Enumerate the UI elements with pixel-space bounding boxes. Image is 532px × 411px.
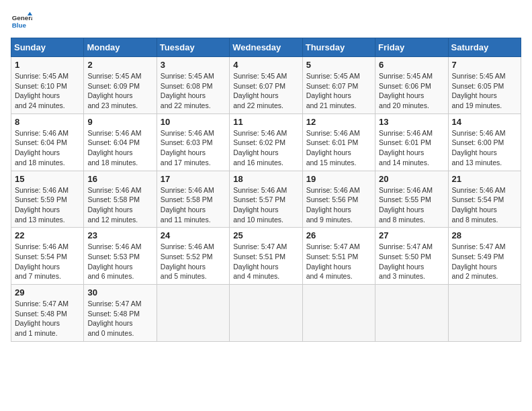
column-header-friday: Friday [375, 38, 448, 57]
calendar-cell: 23 Sunrise: 5:46 AMSunset: 5:53 PMDaylig… [84, 228, 157, 285]
day-number: 26 [306, 230, 371, 240]
calendar-cell: 2 Sunrise: 5:45 AMSunset: 6:09 PMDayligh… [84, 57, 157, 114]
day-info: Sunrise: 5:45 AMSunset: 6:06 PMDaylight … [379, 72, 433, 109]
day-number: 24 [161, 230, 226, 240]
calendar-cell: 13 Sunrise: 5:46 AMSunset: 6:01 PMDaylig… [375, 113, 448, 171]
calendar-cell: 14 Sunrise: 5:46 AMSunset: 6:00 PMDaylig… [448, 113, 521, 171]
day-number: 22 [15, 230, 80, 240]
calendar-cell: 15 Sunrise: 5:46 AMSunset: 5:59 PMDaylig… [11, 171, 84, 228]
day-info: Sunrise: 5:47 AMSunset: 5:51 PMDaylight … [233, 242, 287, 280]
calendar-cell [448, 285, 521, 342]
calendar-cell: 28 Sunrise: 5:47 AMSunset: 5:49 PMDaylig… [448, 228, 521, 285]
day-number: 23 [87, 230, 152, 240]
day-info: Sunrise: 5:46 AMSunset: 5:57 PMDaylight … [233, 186, 287, 224]
logo: General Blue [11, 11, 32, 32]
calendar-cell: 18 Sunrise: 5:46 AMSunset: 5:57 PMDaylig… [230, 171, 302, 228]
day-info: Sunrise: 5:45 AMSunset: 6:09 PMDaylight … [87, 72, 141, 109]
logo-icon: General Blue [11, 11, 32, 32]
day-number: 8 [15, 117, 80, 127]
column-header-thursday: Thursday [302, 38, 375, 57]
day-number: 25 [233, 230, 298, 240]
column-header-wednesday: Wednesday [230, 38, 302, 57]
svg-text:Blue: Blue [12, 21, 27, 29]
calendar-cell: 6 Sunrise: 5:45 AMSunset: 6:06 PMDayligh… [375, 57, 448, 114]
day-info: Sunrise: 5:46 AMSunset: 6:01 PMDaylight … [379, 129, 433, 167]
day-number: 15 [15, 174, 80, 184]
calendar-cell: 25 Sunrise: 5:47 AMSunset: 5:51 PMDaylig… [230, 228, 302, 285]
day-number: 27 [379, 230, 444, 240]
calendar-cell: 19 Sunrise: 5:46 AMSunset: 5:56 PMDaylig… [302, 171, 375, 228]
day-info: Sunrise: 5:46 AMSunset: 5:56 PMDaylight … [306, 186, 360, 224]
day-info: Sunrise: 5:46 AMSunset: 6:02 PMDaylight … [233, 129, 287, 167]
calendar-cell: 9 Sunrise: 5:46 AMSunset: 6:04 PMDayligh… [84, 113, 157, 171]
calendar-cell: 16 Sunrise: 5:46 AMSunset: 5:58 PMDaylig… [84, 171, 157, 228]
day-number: 3 [161, 60, 226, 70]
day-number: 9 [87, 117, 152, 127]
calendar-cell: 4 Sunrise: 5:45 AMSunset: 6:07 PMDayligh… [230, 57, 302, 114]
day-info: Sunrise: 5:45 AMSunset: 6:07 PMDaylight … [233, 72, 287, 109]
day-info: Sunrise: 5:46 AMSunset: 5:58 PMDaylight … [87, 186, 141, 224]
day-info: Sunrise: 5:47 AMSunset: 5:48 PMDaylight … [15, 300, 69, 337]
calendar-cell [302, 285, 375, 342]
column-header-monday: Monday [84, 38, 157, 57]
day-number: 19 [306, 174, 371, 184]
calendar-cell: 30 Sunrise: 5:47 AMSunset: 5:48 PMDaylig… [84, 285, 157, 342]
day-number: 17 [161, 174, 226, 184]
day-info: Sunrise: 5:46 AMSunset: 6:03 PMDaylight … [161, 129, 214, 167]
calendar-cell: 7 Sunrise: 5:45 AMSunset: 6:05 PMDayligh… [448, 57, 521, 114]
day-info: Sunrise: 5:45 AMSunset: 6:08 PMDaylight … [161, 72, 214, 109]
day-info: Sunrise: 5:45 AMSunset: 6:10 PMDaylight … [15, 72, 69, 109]
day-number: 2 [87, 60, 152, 70]
day-info: Sunrise: 5:47 AMSunset: 5:48 PMDaylight … [87, 300, 141, 337]
day-info: Sunrise: 5:47 AMSunset: 5:50 PMDaylight … [379, 242, 433, 280]
day-number: 28 [452, 230, 517, 240]
calendar-cell: 3 Sunrise: 5:45 AMSunset: 6:08 PMDayligh… [157, 57, 229, 114]
calendar-cell: 17 Sunrise: 5:46 AMSunset: 5:58 PMDaylig… [157, 171, 229, 228]
calendar-cell: 5 Sunrise: 5:45 AMSunset: 6:07 PMDayligh… [302, 57, 375, 114]
day-info: Sunrise: 5:47 AMSunset: 5:51 PMDaylight … [306, 242, 360, 280]
day-info: Sunrise: 5:46 AMSunset: 5:53 PMDaylight … [87, 242, 141, 280]
day-info: Sunrise: 5:47 AMSunset: 5:49 PMDaylight … [452, 242, 506, 280]
day-info: Sunrise: 5:46 AMSunset: 6:04 PMDaylight … [87, 129, 141, 167]
calendar-cell: 12 Sunrise: 5:46 AMSunset: 6:01 PMDaylig… [302, 113, 375, 171]
calendar-cell [230, 285, 302, 342]
calendar-cell: 21 Sunrise: 5:46 AMSunset: 5:54 PMDaylig… [448, 171, 521, 228]
day-info: Sunrise: 5:46 AMSunset: 5:55 PMDaylight … [379, 186, 433, 224]
calendar-cell: 11 Sunrise: 5:46 AMSunset: 6:02 PMDaylig… [230, 113, 302, 171]
calendar-cell [157, 285, 229, 342]
day-number: 16 [87, 174, 152, 184]
calendar-cell: 29 Sunrise: 5:47 AMSunset: 5:48 PMDaylig… [11, 285, 84, 342]
day-info: Sunrise: 5:45 AMSunset: 6:05 PMDaylight … [452, 72, 506, 109]
day-number: 21 [452, 174, 517, 184]
calendar-cell: 8 Sunrise: 5:46 AMSunset: 6:04 PMDayligh… [11, 113, 84, 171]
day-number: 20 [379, 174, 444, 184]
day-info: Sunrise: 5:46 AMSunset: 6:01 PMDaylight … [306, 129, 360, 167]
day-number: 4 [233, 60, 298, 70]
day-info: Sunrise: 5:46 AMSunset: 6:04 PMDaylight … [15, 129, 69, 167]
day-number: 30 [87, 287, 152, 298]
calendar-cell: 24 Sunrise: 5:46 AMSunset: 5:52 PMDaylig… [157, 228, 229, 285]
calendar-cell: 27 Sunrise: 5:47 AMSunset: 5:50 PMDaylig… [375, 228, 448, 285]
day-number: 14 [452, 117, 517, 127]
day-number: 5 [306, 60, 371, 70]
calendar-cell: 26 Sunrise: 5:47 AMSunset: 5:51 PMDaylig… [302, 228, 375, 285]
day-info: Sunrise: 5:46 AMSunset: 5:54 PMDaylight … [15, 242, 69, 280]
day-info: Sunrise: 5:45 AMSunset: 6:07 PMDaylight … [306, 72, 360, 109]
day-number: 7 [452, 60, 517, 70]
calendar-cell: 1 Sunrise: 5:45 AMSunset: 6:10 PMDayligh… [11, 57, 84, 114]
day-number: 13 [379, 117, 444, 127]
day-info: Sunrise: 5:46 AMSunset: 5:58 PMDaylight … [161, 186, 214, 224]
day-info: Sunrise: 5:46 AMSunset: 5:52 PMDaylight … [161, 242, 214, 280]
calendar-cell: 10 Sunrise: 5:46 AMSunset: 6:03 PMDaylig… [157, 113, 229, 171]
calendar-table: SundayMondayTuesdayWednesdayThursdayFrid… [11, 38, 521, 342]
day-number: 12 [306, 117, 371, 127]
calendar-cell: 22 Sunrise: 5:46 AMSunset: 5:54 PMDaylig… [11, 228, 84, 285]
calendar-cell [375, 285, 448, 342]
day-number: 6 [379, 60, 444, 70]
day-number: 18 [233, 174, 298, 184]
column-header-tuesday: Tuesday [157, 38, 229, 57]
day-number: 1 [15, 60, 80, 70]
calendar-cell: 20 Sunrise: 5:46 AMSunset: 5:55 PMDaylig… [375, 171, 448, 228]
day-number: 10 [161, 117, 226, 127]
day-number: 11 [233, 117, 298, 127]
